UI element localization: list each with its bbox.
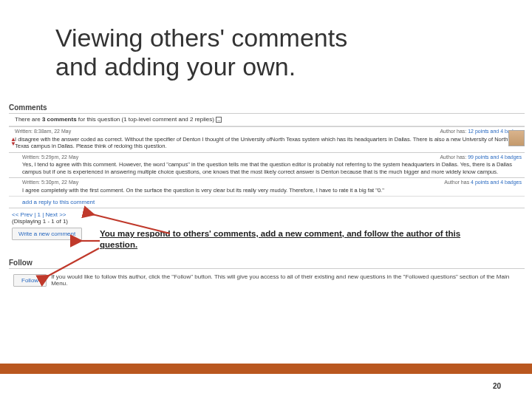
comment-item: ▲▼ Written: 8:38am, 22 May Author has: 1… — [9, 126, 525, 152]
collapse-icon[interactable]: – — [216, 117, 222, 123]
comment-timestamp: Written: 5:29pm, 22 May — [22, 154, 78, 161]
footer-bar — [0, 364, 532, 374]
comment-item: Written: 5:30pm, 22 May Author has 4 poi… — [9, 177, 525, 196]
slide-title: Viewing others' comments and adding your… — [55, 24, 347, 81]
comment-timestamp: Written: 8:38am, 22 May — [15, 129, 71, 135]
comment-item: Written: 5:29pm, 22 May Author has: 99 p… — [9, 152, 525, 178]
follow-section: Follow Follow If you would like to follo… — [9, 259, 525, 287]
title-line1: Viewing others' comments — [55, 24, 347, 52]
add-reply-link[interactable]: add a reply to this comment — [9, 196, 525, 208]
vote-icon[interactable]: ▲▼ — [10, 137, 16, 146]
pager: << Prev | 1 | Next >> (Displaying 1 - 1 … — [9, 208, 525, 225]
callout-text: You may respond to others' comments, add… — [100, 228, 484, 250]
comments-section: Comments There are 3 comments for this q… — [9, 103, 525, 240]
title-line2: and adding your own. — [55, 52, 296, 81]
pager-display: (Displaying 1 - 1 of 1) — [12, 218, 68, 225]
pager-nav[interactable]: << Prev | 1 | Next >> — [12, 211, 66, 218]
comments-header: Comments — [9, 103, 525, 114]
follow-button[interactable]: Follow — [13, 274, 47, 287]
comment-body: I disagree with the answer coded as corr… — [15, 136, 522, 150]
avatar — [508, 130, 525, 146]
comments-count: There are 3 comments for this question (… — [9, 114, 525, 124]
page-number: 20 — [493, 382, 501, 390]
author-stats: Author has 4 points and 4 badges — [444, 180, 522, 186]
comment-body: I agree completely with the first commen… — [22, 187, 522, 194]
follow-description: If you would like to follow this author,… — [51, 273, 525, 287]
follow-header: Follow — [9, 259, 525, 269]
author-stats: Author has: 99 points and 4 badges — [440, 154, 522, 161]
comment-timestamp: Written: 5:30pm, 22 May — [22, 180, 78, 186]
comment-body: Yes, I tend to agree with this comment. … — [22, 161, 522, 175]
write-comment-button[interactable]: Write a new comment — [12, 228, 82, 240]
